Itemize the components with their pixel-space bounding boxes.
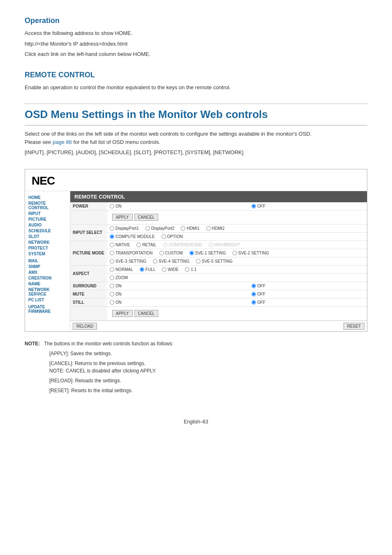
cancel-btn-1[interactable]: CANCEL	[134, 214, 159, 221]
full-radio[interactable]	[140, 267, 144, 272]
compute-module-radio[interactable]	[110, 234, 114, 239]
transportation-option[interactable]: TRANSPORTATION	[110, 251, 153, 255]
transportation-radio[interactable]	[110, 251, 114, 255]
mute-on-label: ON	[115, 292, 122, 296]
sidebar-item-amx[interactable]: AMX	[28, 270, 67, 275]
power-options: ON OFF	[107, 202, 367, 210]
still-off-option[interactable]: OFF	[251, 300, 265, 305]
sve3-radio[interactable]	[110, 259, 114, 264]
sidebar-item-network[interactable]: NETWORK	[28, 240, 67, 245]
still-group: ON OFF	[110, 300, 364, 305]
sve4-radio[interactable]	[153, 259, 157, 264]
still-off-radio[interactable]	[251, 300, 256, 305]
sve2-radio[interactable]	[233, 251, 237, 255]
sve5-option[interactable]: SVE-5 SETTING	[196, 259, 233, 264]
option-input-label: OPTION	[167, 234, 183, 239]
option-input-radio[interactable]	[161, 234, 166, 239]
wide-radio[interactable]	[162, 267, 166, 272]
native-label: NATIVE	[115, 243, 130, 247]
note-section: NOTE: The buttons in the monitor web con…	[25, 340, 367, 394]
apply-btn-2[interactable]: APPLY	[112, 310, 133, 317]
sidebar-item-crestron[interactable]: CRESTRON	[28, 276, 67, 280]
compute-module-option[interactable]: COMPUTE MODULE	[110, 234, 155, 239]
sidebar-item-protect[interactable]: PROTECT	[28, 246, 67, 250]
displayport2-radio[interactable]	[145, 226, 150, 231]
surround-off-option[interactable]: OFF	[251, 284, 265, 288]
displayport2-label: DisplayPort2	[151, 226, 175, 231]
cancel-btn-2[interactable]: CANCEL	[134, 310, 159, 317]
mute-off-radio[interactable]	[251, 292, 256, 296]
reload-btn[interactable]: RELOAD	[73, 323, 97, 330]
hdmi1-radio[interactable]	[181, 226, 185, 231]
sidebar-item-slot[interactable]: SLOT	[28, 234, 67, 239]
sidebar-item-audio[interactable]: AUDIO	[28, 223, 67, 227]
surround-off-radio[interactable]	[251, 284, 256, 288]
apply-btn-1[interactable]: APPLY	[112, 214, 133, 221]
native-radio[interactable]	[110, 243, 114, 247]
input-select-label: INPUT SELECT	[70, 224, 107, 240]
native-option[interactable]: NATIVE	[110, 243, 130, 247]
sidebar-item-name[interactable]: NAME	[28, 282, 67, 286]
displayport1-option[interactable]: DisplayPort1	[110, 226, 139, 231]
hdmi1-option[interactable]: HDMI1	[181, 226, 199, 231]
hdmi2-radio[interactable]	[206, 226, 211, 231]
normal-radio[interactable]	[110, 267, 114, 272]
hdmi2-option[interactable]: HDMI2	[206, 226, 225, 231]
sidebar-item-mail[interactable]: MAIL	[28, 259, 67, 263]
sidebar-item-home[interactable]: HOME	[28, 195, 67, 200]
displayport2-option[interactable]: DisplayPort2	[145, 226, 175, 231]
retail-radio[interactable]	[136, 243, 141, 247]
sve1-option[interactable]: SVE-1 SETTING	[189, 251, 226, 255]
sve4-option[interactable]: SVE-4 SETTING	[153, 259, 189, 264]
surround-off-label: OFF	[257, 284, 265, 288]
power-on-radio[interactable]	[110, 204, 114, 208]
wide-option[interactable]: WIDE	[162, 267, 178, 272]
sidebar-item-schedule[interactable]: SCHEDULE	[28, 229, 67, 233]
sve5-radio[interactable]	[196, 259, 201, 264]
power-off-radio[interactable]	[251, 204, 256, 208]
aspect-1-1-radio[interactable]	[185, 267, 189, 272]
sidebar-item-input[interactable]: INPUT	[28, 211, 67, 216]
reset-btn[interactable]: RESET	[344, 323, 364, 330]
zoom-option[interactable]: ZOOM	[110, 275, 128, 280]
mute-off-option[interactable]: OFF	[251, 292, 265, 296]
surround-on-option[interactable]: ON	[110, 284, 122, 288]
btn-row2: APPLY CANCEL	[110, 308, 364, 319]
sidebar-item-picture[interactable]: PICTURE	[28, 217, 67, 222]
sidebar-item-remote-control[interactable]: REMOTE CONTROL	[28, 201, 67, 210]
sidebar-item-network-service[interactable]: NETWORK SERVICE	[28, 287, 67, 296]
mute-on-option[interactable]: ON	[110, 292, 122, 296]
sidebar-item-system[interactable]: SYSTEM	[28, 252, 67, 256]
sidebar-item-snmp[interactable]: SNMP	[28, 264, 67, 269]
option-input-option[interactable]: OPTION	[161, 234, 183, 239]
sidebar-item-pc-list[interactable]: PC LIST	[28, 298, 67, 302]
conferencing-option: CONFERENCING	[163, 243, 202, 247]
power-off-label: OFF	[257, 204, 265, 208]
power-off-option[interactable]: OFF	[251, 204, 265, 208]
surround-label: SURROUND	[70, 282, 107, 290]
sve1-radio[interactable]	[189, 251, 194, 255]
remote-control-title: REMOTE CONTROL	[25, 71, 367, 79]
sve2-option[interactable]: SVE-2 SETTING	[233, 251, 269, 255]
mute-on-radio[interactable]	[110, 292, 114, 296]
nec-logo: NEC	[32, 174, 55, 187]
picture-mode-group-1: NATIVE RETAIL CONFERENCING	[110, 243, 364, 247]
zoom-radio[interactable]	[110, 275, 114, 280]
sidebar-item-update-firmware[interactable]: UPDATE FIRMWARE	[28, 305, 67, 314]
still-on-option[interactable]: ON	[110, 300, 122, 305]
displayport1-radio[interactable]	[110, 226, 114, 231]
full-option[interactable]: FULL	[140, 267, 155, 272]
surround-on-radio[interactable]	[110, 284, 114, 288]
normal-option[interactable]: NORMAL	[110, 267, 133, 272]
custom-radio[interactable]	[159, 251, 164, 255]
retail-option[interactable]: RETAIL	[136, 243, 156, 247]
page-ref-link[interactable]: page 86	[53, 139, 72, 145]
sve3-option[interactable]: SVE-3 SETTING	[110, 259, 146, 264]
note-intro-text: The buttons in the monitor web controls …	[44, 341, 173, 347]
power-on-option[interactable]: ON	[110, 204, 122, 208]
still-on-radio[interactable]	[110, 300, 114, 305]
custom-option[interactable]: CUSTOM	[159, 251, 183, 255]
aspect-1-1-option[interactable]: 1:1	[185, 267, 196, 272]
surround-options: ON OFF	[107, 282, 367, 290]
hdmi1-label: HDMI1	[187, 226, 199, 231]
